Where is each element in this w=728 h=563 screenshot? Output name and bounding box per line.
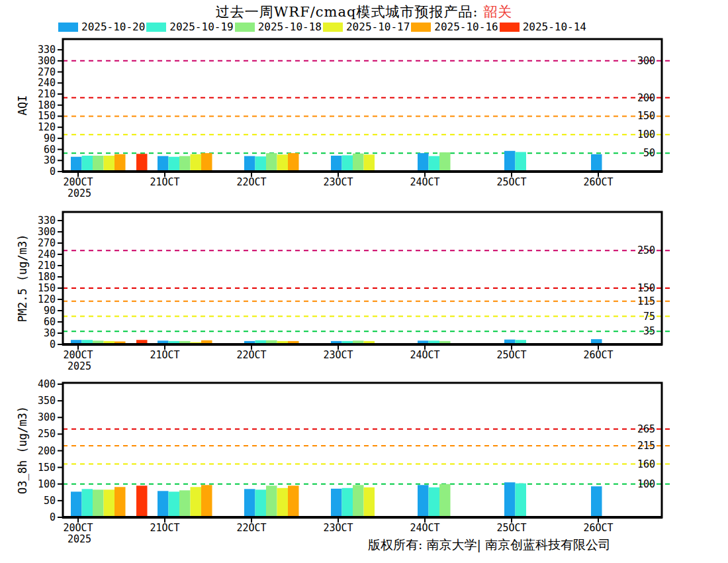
threshold-label: 75 [643,311,655,323]
bar-2025-10-19 [169,157,180,172]
threshold-label: 100 [637,478,655,490]
threshold-label: 265 [637,423,655,435]
bar-2025-10-20 [331,156,342,172]
bar-2025-10-20 [71,157,82,172]
x-tick-label: 21OCT [150,176,179,188]
threshold-label: 50 [643,147,655,159]
bar-2025-10-20 [418,485,429,517]
bar-2025-10-18 [439,152,451,172]
bar-2025-10-17 [364,487,375,517]
y-tick-label: 150 [38,110,56,122]
y-tick-label: 200 [38,445,56,457]
charts-canvas: 0306090120150180210240270300330501001502… [0,0,728,563]
y-tick-label: 300 [38,226,56,238]
threshold-label: 150 [637,282,655,294]
bar-2025-10-18 [93,156,104,172]
x-tick-label: 24OCT [410,176,439,188]
y-axis-title: O3_8h (ug/m3) [16,406,29,494]
y-tick-label: 210 [38,260,56,272]
x-tick-label: 22OCT [236,522,266,534]
y-tick-label: 330 [38,44,56,56]
y-tick-label: 180 [38,271,56,283]
bar-2025-10-20 [331,489,342,517]
x-year-label: 2025 [68,360,91,372]
y-tick-label: 270 [38,66,56,78]
bar-2025-10-18 [93,489,104,517]
plot-border [63,212,662,344]
y-tick-label: 240 [38,77,56,89]
x-year-label: 2025 [68,533,91,545]
y-tick-label: 60 [44,316,56,328]
y-tick-label: 0 [50,511,56,523]
threshold-label: 100 [637,128,655,140]
x-year-label: 2025 [68,187,91,199]
x-tick-label: 26OCT [583,522,613,534]
bar-2025-10-19 [255,489,267,517]
bar-2025-10-14 [136,486,148,517]
x-tick-label: 25OCT [496,176,526,188]
x-tick-label: 20OCT [63,176,93,188]
x-tick-label: 25OCT [496,522,526,534]
bar-2025-10-19 [82,489,93,517]
bar-2025-10-17 [277,154,289,172]
chart-panel-o3_8h: 05010015020025030035040010016021526520OC… [16,378,670,545]
bar-2025-10-14 [136,154,148,172]
bar-2025-10-19 [516,484,527,517]
x-tick-label: 24OCT [410,522,439,534]
y-axis-title: PM2.5 (ug/m3) [16,234,29,322]
y-axis-title: AQI [16,95,29,116]
bar-2025-10-16 [288,486,299,517]
chart-panel-aqi: 0306090120150180210240270300330501001502… [16,39,670,199]
y-tick-label: 180 [38,99,56,111]
x-tick-label: 26OCT [583,349,613,361]
x-tick-label: 20OCT [63,522,93,534]
y-tick-label: 250 [38,428,56,440]
bar-2025-10-19 [82,156,93,172]
threshold-label: 35 [643,325,655,337]
plot-border [63,39,662,172]
x-tick-label: 26OCT [583,176,613,188]
bar-2025-10-20 [244,489,255,517]
y-tick-label: 300 [38,411,56,423]
bar-2025-10-19 [429,487,440,517]
y-tick-label: 270 [38,237,56,249]
y-tick-label: 330 [38,215,56,227]
bar-2025-10-18 [353,485,364,517]
threshold-label: 200 [637,92,655,104]
bar-2025-10-16 [288,153,299,172]
y-tick-label: 210 [38,88,56,100]
y-tick-label: 90 [44,305,56,317]
y-tick-label: 120 [38,121,56,133]
bar-2025-10-20 [591,486,602,517]
bar-2025-10-17 [191,154,202,172]
x-tick-label: 23OCT [323,176,353,188]
bar-2025-10-18 [353,154,364,172]
y-tick-label: 150 [38,282,56,294]
threshold-label: 160 [637,458,655,470]
bar-2025-10-20 [591,154,602,172]
bar-2025-10-19 [342,155,353,172]
bar-2025-10-20 [71,491,82,517]
bar-2025-10-20 [158,491,169,517]
x-tick-label: 23OCT [323,349,353,361]
y-tick-label: 120 [38,293,56,305]
bar-2025-10-20 [158,156,169,172]
x-tick-label: 21OCT [150,349,179,361]
y-tick-label: 150 [38,462,56,474]
threshold-label: 300 [637,55,655,67]
bar-2025-10-17 [191,487,202,517]
bar-2025-10-16 [114,487,126,517]
bar-2025-10-19 [169,491,180,517]
chart-panel-pm2.5: 0306090120150180210240270300330357511515… [16,212,670,372]
bar-2025-10-16 [201,485,212,517]
y-tick-label: 0 [50,166,56,178]
bar-2025-10-19 [429,156,440,172]
bar-2025-10-18 [266,486,277,517]
x-tick-label: 23OCT [323,522,353,534]
y-tick-label: 90 [44,132,56,144]
x-tick-label: 21OCT [150,522,179,534]
bar-2025-10-16 [114,154,126,172]
y-tick-label: 350 [38,395,56,407]
bar-2025-10-19 [342,488,353,517]
bar-2025-10-18 [179,156,191,172]
